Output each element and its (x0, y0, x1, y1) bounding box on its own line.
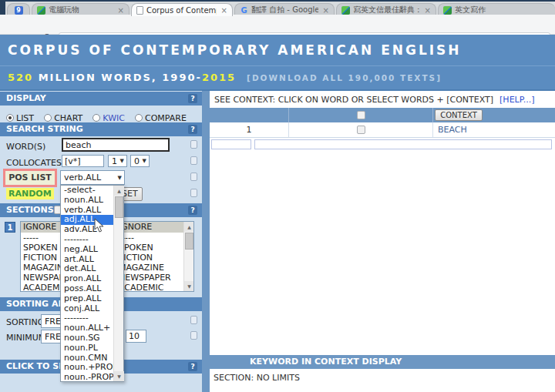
tab-title: Corpus of Contemporary (146, 6, 217, 15)
select-all-checkbox[interactable] (357, 111, 365, 119)
scrollbar-thumb[interactable] (185, 233, 193, 250)
panel-divider (202, 91, 210, 392)
tab-close-icon[interactable]: × (323, 6, 329, 15)
scroll-up-icon[interactable]: ▲ (184, 222, 194, 232)
results-panel: SEE CONTEXT: CLICK ON WORD OR SELECT WOR… (210, 91, 555, 392)
listbox-scrollbar[interactable]: ▲ ▼ (183, 222, 193, 291)
pos-list-open-dropdown[interactable]: -select- noun.ALL verb.ALL adj.ALL adv.A… (60, 185, 124, 382)
words-label: WORD(S) (6, 142, 45, 152)
tab-title: 英文寫作 (455, 5, 550, 15)
dropdown-option[interactable]: noun.SG (61, 333, 115, 343)
dropdown-option[interactable]: noun.ALL (61, 196, 115, 206)
collocates-label: COLLOCATES (6, 158, 62, 168)
totals-cell-small (211, 139, 251, 149)
dropdown-option[interactable]: noun.PL (61, 343, 115, 353)
word-count-year: 2015 (202, 72, 236, 83)
tab-title: 翻譯 自拍 - Google 搜尋 (251, 5, 318, 15)
site-title: CORPUS OF CONTEMPORARY AMERICAN ENGLISH (8, 42, 462, 58)
tab-title: 寫英文信最佳辭典：Nets (353, 5, 420, 15)
see-context-instruction: SEE CONTEXT: CLICK ON WORD OR SELECT WOR… (214, 95, 534, 105)
collocates-right-select[interactable]: 0 ▼ (130, 155, 150, 167)
browser-tab-bar: 9 電腦玩物 × Corpus of Contemporary × G 翻譯 自… (0, 0, 555, 15)
chevron-down-icon: ▼ (118, 175, 124, 181)
collocates-input[interactable] (62, 155, 104, 167)
minimum-label: MINIMUM (6, 333, 45, 343)
site-favicon (341, 6, 350, 15)
tab-title: 電腦玩物 (49, 5, 113, 15)
row-number-cell: 1 (210, 122, 289, 137)
tab-close-icon[interactable]: × (221, 6, 227, 15)
section-limits-note: SECTION: NO LIMITS (214, 373, 300, 383)
browser-toolbar: ← → ↻ corpus.byu.edu/coca/ (0, 15, 555, 35)
dropdown-option[interactable]: poss.ALL (61, 284, 115, 294)
totals-cell-wide (254, 139, 552, 149)
section-number-badge: 1 (5, 222, 15, 233)
coca-banner: CORPUS OF CONTEMPORARY AMERICAN ENGLISH … (0, 35, 555, 91)
info-icon[interactable] (190, 156, 197, 165)
radio-icon[interactable] (135, 114, 143, 122)
word-count-text: MILLION WORDS, 1990- (33, 72, 202, 83)
table-row: 1 BEACH (210, 122, 555, 138)
row-select-cell (289, 122, 433, 137)
pos-list-select[interactable]: verb.ALL ▼ (60, 170, 125, 185)
header-cell-context: CONTEXT (433, 108, 555, 122)
context-button[interactable]: CONTEXT (435, 109, 483, 121)
help-link[interactable]: [HELP...] (500, 95, 534, 105)
radio-icon[interactable] (44, 114, 52, 122)
collocates-left-select[interactable]: 1 ▼ (108, 155, 127, 167)
dropdown-scrollbar[interactable]: ▲ ▼ (113, 186, 123, 381)
help-icon[interactable]: ? (188, 125, 197, 134)
dropdown-option[interactable]: -------- (61, 235, 115, 245)
list-item[interactable]: MAGAZINE (116, 263, 183, 273)
sorting-label: SORTING (6, 317, 44, 327)
scroll-down-icon[interactable]: ▼ (184, 281, 194, 291)
row-word-cell: BEACH (433, 122, 555, 137)
pos-list-label-highlighted: POS LIST (3, 169, 57, 187)
tab-corpus-active[interactable]: Corpus of Contemporary × (131, 3, 233, 16)
site-favicon (37, 6, 45, 15)
tab-close-icon[interactable]: × (425, 6, 431, 15)
radio-icon[interactable] (92, 114, 100, 122)
help-icon[interactable]: ? (188, 94, 197, 103)
dropdown-option[interactable]: neg.ALL (61, 245, 115, 255)
info-icon[interactable] (190, 189, 197, 197)
info-icon[interactable] (190, 173, 197, 181)
chevron-down-icon: ▼ (143, 158, 149, 164)
list-item[interactable]: SPOKEN (116, 243, 183, 253)
download-texts-link[interactable]: [DOWNLOAD ALL 190,000 TEXTS] (247, 73, 442, 82)
random-link[interactable]: RANDOM (6, 188, 54, 199)
header-cell-rank (210, 108, 289, 122)
row-checkbox[interactable] (357, 126, 365, 134)
display-section-header: DISPLAY ? (0, 92, 202, 106)
page-icon (136, 6, 143, 15)
banner-divider (0, 65, 555, 66)
search-string-section-header: SEARCH STRING ? (0, 122, 202, 136)
scroll-up-icon[interactable]: ▲ (114, 186, 124, 196)
result-word-link[interactable]: BEACH (433, 125, 467, 135)
dropdown-option[interactable]: prep.ALL (61, 294, 115, 304)
list-item[interactable]: FICTION (116, 253, 183, 263)
info-icon[interactable] (190, 140, 197, 149)
scroll-down-icon[interactable]: ▼ (114, 371, 124, 381)
list-item[interactable]: ACADEMIC (116, 283, 183, 292)
list-item[interactable]: ----- (116, 233, 183, 243)
tab-close-icon[interactable]: × (118, 6, 124, 15)
sections-listbox-right[interactable]: IGNORE ----- SPOKEN FICTION MAGAZINE NEW… (116, 221, 194, 292)
header-cell-select (289, 108, 433, 122)
dropdown-option[interactable]: -select- (61, 186, 115, 196)
banner-word-count: 520 MILLION WORDS, 1990-2015[DOWNLOAD AL… (8, 72, 442, 83)
word-search-input[interactable] (62, 138, 170, 152)
help-icon[interactable]: ? (188, 206, 197, 215)
kwic-display-header: KEYWORD IN CONTEXT DISPLAY (210, 355, 555, 369)
info-icon[interactable] (190, 316, 197, 324)
radio-icon[interactable] (6, 114, 14, 122)
dropdown-option[interactable]: noun.-PROP (61, 373, 115, 383)
mouse-cursor (94, 218, 105, 233)
minimum-count-input[interactable] (126, 330, 146, 343)
scrollbar-thumb[interactable] (115, 196, 123, 218)
help-icon[interactable]: ? (188, 362, 197, 371)
info-icon[interactable] (190, 331, 197, 340)
chevron-down-icon: ▼ (120, 158, 126, 164)
listbox-header[interactable]: IGNORE (116, 222, 183, 233)
list-item[interactable]: NEWSPAPER (116, 273, 183, 283)
